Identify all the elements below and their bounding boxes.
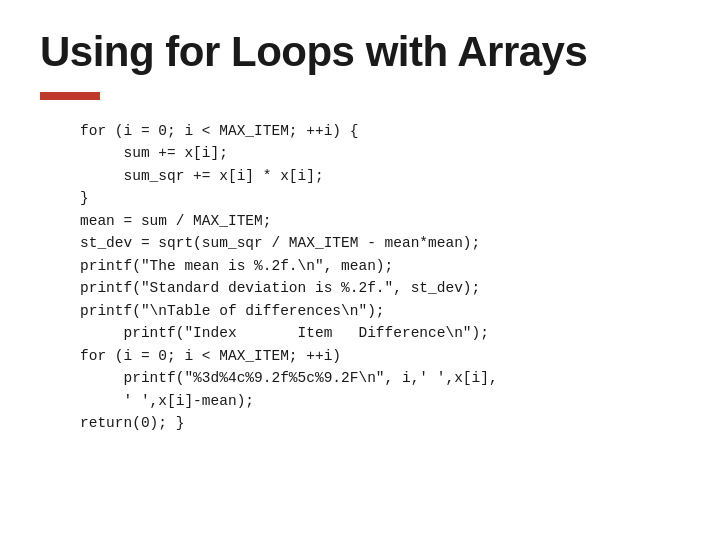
code-line: }: [80, 187, 680, 209]
code-line: printf("Index Item Difference\n");: [80, 322, 680, 344]
code-line: printf("The mean is %.2f.\n", mean);: [80, 255, 680, 277]
code-line: sum_sqr += x[i] * x[i];: [80, 165, 680, 187]
accent-bar: [40, 92, 100, 100]
slide: Using for Loops with Arrays for (i = 0; …: [0, 0, 720, 540]
slide-title: Using for Loops with Arrays: [40, 28, 680, 76]
code-block: for (i = 0; i < MAX_ITEM; ++i) { sum += …: [80, 120, 680, 435]
code-line: printf("%3d%4c%9.2f%5c%9.2F\n", i,' ',x[…: [80, 367, 680, 389]
code-line: st_dev = sqrt(sum_sqr / MAX_ITEM - mean*…: [80, 232, 680, 254]
code-line: for (i = 0; i < MAX_ITEM; ++i): [80, 345, 680, 367]
code-line: return(0); }: [80, 412, 680, 434]
code-line: sum += x[i];: [80, 142, 680, 164]
code-line: ' ',x[i]-mean);: [80, 390, 680, 412]
code-line: mean = sum / MAX_ITEM;: [80, 210, 680, 232]
code-line: printf("\nTable of differences\n");: [80, 300, 680, 322]
code-line: printf("Standard deviation is %.2f.", st…: [80, 277, 680, 299]
code-line: for (i = 0; i < MAX_ITEM; ++i) {: [80, 120, 680, 142]
title-area: Using for Loops with Arrays: [0, 0, 720, 92]
